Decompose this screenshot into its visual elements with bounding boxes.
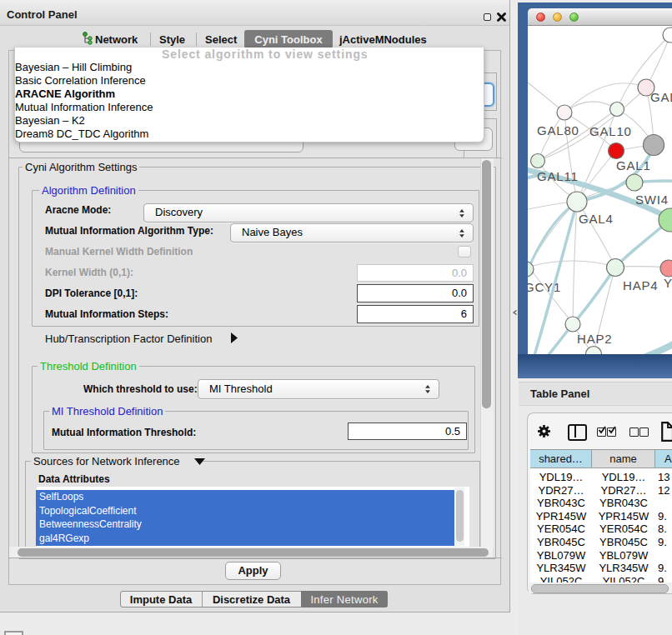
- svg-text:HAP2: HAP2: [577, 332, 612, 346]
- svg-text:GAL: GAL: [650, 90, 672, 104]
- svg-text:SWI4: SWI4: [635, 192, 669, 207]
- svg-text:GAL11: GAL11: [537, 169, 579, 183]
- svg-text:GAL80: GAL80: [537, 123, 579, 138]
- svg-text:GAL4: GAL4: [579, 212, 614, 226]
- svg-text:GCY1: GCY1: [528, 280, 561, 294]
- svg-text:Y: Y: [664, 276, 672, 290]
- svg-text:GAL1: GAL1: [616, 158, 651, 172]
- svg-text:GAL10: GAL10: [589, 124, 632, 138]
- svg-text:HAP4: HAP4: [623, 278, 658, 292]
